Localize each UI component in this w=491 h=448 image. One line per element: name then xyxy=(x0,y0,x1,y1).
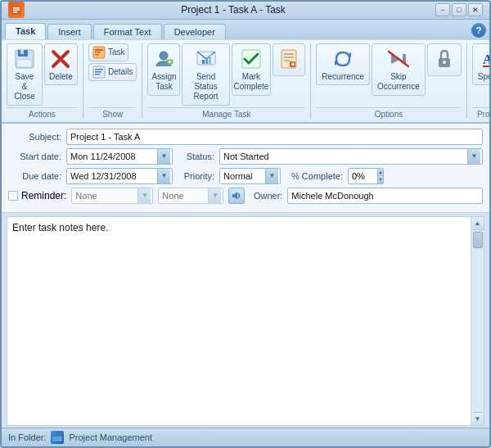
maximize-button[interactable]: □ xyxy=(452,3,466,16)
proofing-group-label: Proofing xyxy=(472,107,491,119)
tab-insert[interactable]: Insert xyxy=(47,24,92,39)
spinner-buttons[interactable]: ▲ ▼ xyxy=(377,169,383,183)
due-date-label: Due date: xyxy=(8,171,61,181)
save-close-label: Save &Close xyxy=(12,72,37,102)
ribbon-group-proofing: ABC Spelling Proofing xyxy=(472,43,491,119)
due-date-dropdown[interactable]: Wed 12/31/2008 ▼ xyxy=(66,168,173,184)
complete-spinner[interactable]: ▲ ▼ xyxy=(348,168,384,184)
svg-rect-1 xyxy=(13,7,20,9)
reminder-time1-value: None xyxy=(75,191,97,201)
lock-icon xyxy=(433,48,456,70)
task-button[interactable]: Task xyxy=(88,43,129,61)
folder-name: Project Management xyxy=(69,432,152,442)
tab-developer[interactable]: Developer xyxy=(164,24,226,39)
extra-button[interactable] xyxy=(273,43,305,76)
mark-complete-button[interactable]: MarkComplete xyxy=(232,43,272,96)
actions-buttons: Save &Close Delete xyxy=(7,43,78,106)
manage-buttons: AssignTask Send StatusRep xyxy=(147,43,305,106)
priority-label: Priority: xyxy=(178,171,214,181)
spelling-icon: ABC xyxy=(481,48,491,70)
minimize-button[interactable]: − xyxy=(435,3,450,16)
mark-complete-label: MarkComplete xyxy=(234,72,269,92)
main-content: Enter task notes here. ▲ ▼ xyxy=(2,213,489,428)
spinner-down[interactable]: ▼ xyxy=(377,176,383,183)
start-date-dropdown[interactable]: Mon 11/24/2008 ▼ xyxy=(66,148,173,165)
subject-row: Subject: xyxy=(8,129,483,145)
priority-value: Normal xyxy=(223,171,252,181)
spelling-label: Spelling xyxy=(478,72,491,81)
status-in-folder-label: In Folder: xyxy=(8,432,46,442)
complete-input[interactable] xyxy=(349,171,377,181)
priority-dropdown[interactable]: Normal ▼ xyxy=(219,168,281,184)
status-dropdown[interactable]: Not Started ▼ xyxy=(219,148,483,165)
subject-input[interactable] xyxy=(66,129,483,145)
reminder-row: Reminder: None ▼ None ▼ Owner: xyxy=(8,188,483,204)
options-buttons: Recurrence SkipOccurrence xyxy=(316,43,461,106)
svg-rect-7 xyxy=(17,60,32,67)
start-date-arrow[interactable]: ▼ xyxy=(157,149,170,164)
delete-button[interactable]: Delete xyxy=(44,43,78,85)
tab-format-text[interactable]: Format Text xyxy=(93,24,162,39)
window-controls[interactable]: − □ ✕ xyxy=(435,3,483,16)
due-date-arrow[interactable]: ▼ xyxy=(157,169,170,183)
spinner-up[interactable]: ▲ xyxy=(377,169,383,176)
send-status-button[interactable]: Send StatusReport xyxy=(182,43,229,106)
ribbon: Task Insert Format Text Developer ? xyxy=(2,20,489,124)
tab-task[interactable]: Task xyxy=(5,23,46,39)
vertical-scrollbar[interactable]: ▲ ▼ xyxy=(471,217,484,425)
svg-rect-15 xyxy=(95,69,103,70)
scroll-down-arrow[interactable]: ▼ xyxy=(472,412,484,425)
svg-marker-42 xyxy=(232,192,237,200)
delete-label: Delete xyxy=(49,72,73,81)
ribbon-group-actions: Save &Close Delete Actions xyxy=(7,43,83,119)
help-button[interactable]: ? xyxy=(471,23,486,38)
assign-task-button[interactable]: AssignTask xyxy=(147,43,180,96)
owner-label: Owner: xyxy=(250,191,282,201)
svg-rect-6 xyxy=(20,50,24,54)
save-close-button[interactable]: Save &Close xyxy=(7,43,43,106)
status-label: Status: xyxy=(178,152,214,161)
svg-rect-13 xyxy=(95,54,99,56)
task-icon xyxy=(92,46,106,59)
svg-rect-12 xyxy=(95,52,101,53)
reminder-checkbox[interactable] xyxy=(8,191,18,201)
scroll-up-arrow[interactable]: ▲ xyxy=(472,217,484,230)
notes-textarea[interactable]: Enter task notes here. xyxy=(7,217,471,425)
reminder-time1-dropdown[interactable]: None ▼ xyxy=(71,188,153,204)
options-group-label: Options xyxy=(316,107,461,119)
svg-rect-2 xyxy=(13,10,20,11)
svg-rect-16 xyxy=(95,71,101,73)
folder-icon xyxy=(51,431,64,444)
assign-task-label: AssignTask xyxy=(151,72,176,92)
reminder-time2-dropdown[interactable]: None ▼ xyxy=(158,188,223,204)
priority-arrow[interactable]: ▼ xyxy=(265,169,278,183)
subject-label: Subject: xyxy=(8,132,61,142)
svg-point-39 xyxy=(443,61,446,64)
ribbon-group-show: Task Details S xyxy=(88,43,143,119)
lock-button[interactable] xyxy=(427,43,462,76)
send-status-label: Send StatusReport xyxy=(187,72,223,102)
svg-text:ABC: ABC xyxy=(483,52,491,66)
skip-occurrence-button[interactable]: SkipOccurrence xyxy=(372,43,426,96)
start-date-value: Mon 11/24/2008 xyxy=(70,152,136,161)
reminder-time2-arrow[interactable]: ▼ xyxy=(208,188,221,203)
spelling-button[interactable]: ABC Spelling xyxy=(472,43,491,85)
status-arrow[interactable]: ▼ xyxy=(467,149,480,164)
ribbon-group-options: Recurrence SkipOccurrence xyxy=(316,43,466,119)
details-btn-label: Details xyxy=(108,67,133,76)
due-date-value: Wed 12/31/2008 xyxy=(70,171,137,181)
delete-icon xyxy=(49,48,72,70)
details-button[interactable]: Details xyxy=(88,63,137,81)
reminder-time2-value: None xyxy=(162,191,183,201)
recurrence-button[interactable]: Recurrence xyxy=(316,43,370,85)
reminder-time1-arrow[interactable]: ▼ xyxy=(137,188,151,203)
send-status-icon xyxy=(195,48,218,70)
reminder-checkbox-area[interactable]: Reminder: xyxy=(8,190,66,201)
recurrence-label: Recurrence xyxy=(322,72,364,81)
svg-point-18 xyxy=(160,52,168,60)
scroll-thumb[interactable] xyxy=(473,232,483,248)
reminder-sound-button[interactable] xyxy=(228,188,245,204)
app-icon xyxy=(8,2,25,18)
owner-input[interactable] xyxy=(287,188,483,204)
close-button[interactable]: ✕ xyxy=(468,3,483,16)
